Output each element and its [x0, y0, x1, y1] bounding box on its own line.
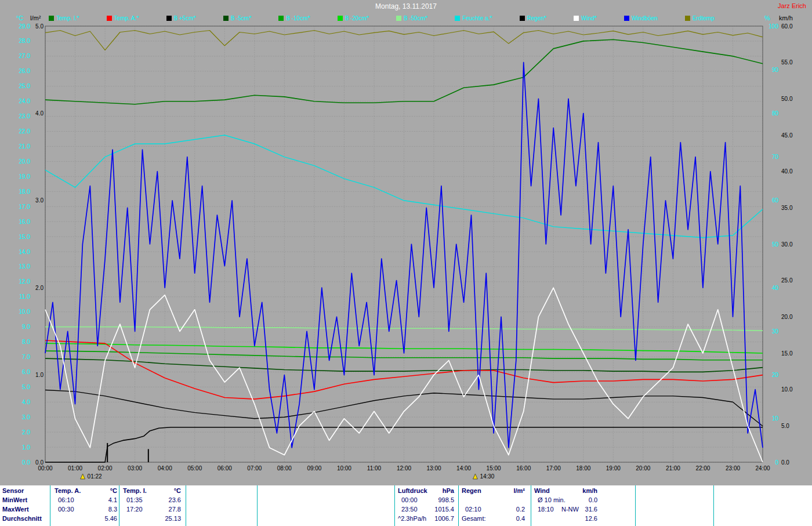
col-header-wind: Wind — [534, 487, 550, 495]
tick-label-temp: 8.0 — [22, 339, 30, 345]
tick-label-wind: 55.0 — [781, 59, 793, 66]
table-cell: 27.8 — [150, 505, 181, 513]
table-cell: Gesamt: — [462, 514, 486, 523]
tick-label-time: 22:00 — [695, 465, 710, 471]
tick-label-time: 06:00 — [217, 465, 232, 471]
tick-label-temp: 9.0 — [22, 324, 30, 330]
tick-label-time: 15:00 — [487, 465, 501, 471]
tick-label-wind: 60.0 — [781, 23, 793, 30]
tick-label-rain: 1.0 — [35, 372, 44, 378]
col-unit-luftdruck: hPa — [423, 487, 454, 495]
table-cell: 1006.7 — [422, 514, 454, 523]
tick-label-time: 08:00 — [277, 465, 292, 471]
tick-label-temp: 6.0 — [22, 369, 30, 375]
tick-label-temp: 29.0 — [19, 23, 31, 30]
event-marker-icon — [473, 474, 477, 479]
chart-canvas: 29.028.027.026.025.024.023.022.021.020.0… — [0, 0, 812, 484]
tick-label-time: 19:00 — [606, 465, 621, 471]
tick-label-humidity: 40 — [772, 285, 779, 291]
tick-label-time: 20:00 — [636, 465, 650, 471]
tick-label-rain: 5.0 — [35, 23, 44, 30]
tick-label-time: 09:00 — [307, 465, 321, 471]
tick-label-wind: 15.0 — [781, 350, 793, 357]
col-unit-temp-i: °C — [150, 487, 181, 495]
tick-label-time: 03:00 — [128, 465, 142, 471]
tick-label-time: 02:00 — [98, 465, 113, 471]
table-cell: 0.0 — [568, 496, 597, 504]
tick-label-time: 13:00 — [426, 465, 441, 471]
col-unit-temp-a: °C — [87, 487, 117, 495]
table-cell: 0.4 — [493, 514, 525, 523]
table-cell: Ø 10 min. — [538, 496, 566, 504]
table-cell: 18:10 — [538, 505, 554, 513]
table-row-label: MinWert — [2, 496, 27, 504]
table-cell: 998.5 — [422, 496, 454, 504]
table-cell: 23:50 — [401, 505, 418, 513]
tick-label-wind: 25.0 — [781, 277, 793, 284]
table-cell: 23.6 — [150, 496, 181, 504]
tick-label-temp: 4.0 — [22, 399, 30, 405]
table-row-label: Durchschnitt — [2, 514, 42, 523]
tick-label-temp: 27.0 — [19, 53, 31, 59]
table-cell: 00:00 — [401, 496, 418, 504]
chart-plot-area[interactable] — [45, 26, 763, 462]
col-header-temp-a: Temp. A. — [55, 487, 81, 495]
tick-label-temp: 25.0 — [19, 83, 31, 89]
col-header-temp-i: Temp. I. — [123, 487, 147, 495]
tick-label-humidity: 90 — [772, 67, 779, 73]
tick-label-temp: 13.0 — [19, 263, 31, 270]
tick-label-temp: 19.0 — [19, 173, 31, 180]
tick-label-humidity: 100 — [768, 23, 778, 30]
table-cell: 1015.4 — [422, 505, 454, 513]
tick-label-wind: 10.0 — [781, 386, 793, 393]
tick-label-temp: 11.0 — [19, 293, 30, 300]
table-cell: 06:10 — [58, 496, 74, 504]
tick-label-time: 01:00 — [68, 465, 82, 471]
tick-label-temp: 1.0 — [22, 444, 30, 451]
tick-label-temp: 2.0 — [22, 429, 30, 436]
table-cell: 02:10 — [465, 505, 481, 513]
tick-label-wind: 40.0 — [781, 168, 793, 175]
tick-label-temp: 26.0 — [19, 68, 31, 74]
table-cell: 4.1 — [87, 496, 117, 504]
tick-label-temp: 14.0 — [19, 249, 31, 255]
tick-label-wind: 45.0 — [781, 132, 793, 139]
col-header-regen: Regen — [462, 487, 481, 495]
tick-label-time: 16:00 — [516, 465, 531, 471]
weather-chart-window: { "window": { "title": "Montag, 13.11.20… — [0, 0, 812, 526]
tick-label-temp: 15.0 — [19, 234, 31, 240]
tick-label-time: 23:00 — [726, 465, 740, 471]
tick-label-temp: 16.0 — [19, 219, 31, 225]
tick-label-wind: 20.0 — [781, 314, 793, 320]
tick-label-time: 10:00 — [337, 465, 351, 471]
tick-label-humidity: 10 — [772, 415, 779, 422]
tick-label-rain: 3.0 — [35, 197, 44, 204]
tick-label-time: 17:00 — [546, 465, 561, 471]
tick-label-temp: 18.0 — [19, 188, 31, 195]
event-marker-icon — [81, 474, 85, 479]
tick-label-temp: 28.0 — [19, 38, 31, 44]
tick-label-time: 14:00 — [456, 465, 471, 471]
tick-label-temp: 7.0 — [22, 354, 30, 360]
col-unit-regen: l/m² — [493, 487, 525, 495]
table-cell: 0.2 — [493, 505, 525, 513]
tick-label-wind: 30.0 — [781, 241, 793, 248]
tick-label-time: 11:00 — [367, 465, 382, 471]
tick-label-humidity: 60 — [772, 197, 779, 204]
tick-label-wind: 50.0 — [781, 96, 793, 102]
tick-label-humidity: 70 — [772, 154, 779, 160]
tick-label-temp: 17.0 — [19, 204, 31, 210]
table-cell: 00:30 — [58, 505, 74, 513]
time-marker: 14:30 — [473, 473, 494, 480]
tick-label-temp: 21.0 — [19, 143, 31, 150]
tick-label-time: 07:00 — [247, 465, 262, 471]
tick-label-temp: 3.0 — [22, 414, 30, 420]
table-cell: 12.6 — [568, 514, 597, 523]
tick-label-humidity: 0 — [775, 459, 778, 466]
tick-label-temp: 10.0 — [19, 309, 31, 315]
tick-label-temp: 20.0 — [19, 158, 31, 165]
tick-label-time: 18:00 — [576, 465, 590, 471]
table-cell: 01:35 — [126, 496, 143, 504]
tick-label-humidity: 50 — [772, 241, 779, 248]
tick-label-rain: 2.0 — [35, 285, 44, 291]
